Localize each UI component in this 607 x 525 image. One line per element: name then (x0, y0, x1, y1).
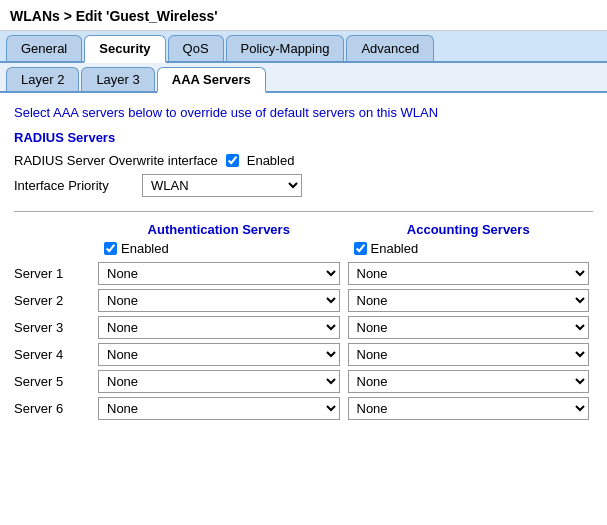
sub-tabs: Layer 2 Layer 3 AAA Servers (0, 63, 607, 93)
acct-enabled-checkbox[interactable] (354, 242, 367, 255)
tab-advanced[interactable]: Advanced (346, 35, 434, 61)
acct-enabled-cell: Enabled (344, 241, 594, 256)
acct-enabled-label: Enabled (371, 241, 419, 256)
server2-label: Server 2 (14, 293, 94, 308)
server3-label: Server 3 (14, 320, 94, 335)
auth-servers-header: Authentication Servers (94, 222, 344, 237)
table-row: Server 4 None None (14, 343, 593, 366)
server-header-empty (14, 222, 94, 237)
tab-policy-mapping[interactable]: Policy-Mapping (226, 35, 345, 61)
overwrite-checkbox[interactable] (226, 154, 239, 167)
server1-auth-select[interactable]: None (98, 262, 340, 285)
server6-acct-select[interactable]: None (348, 397, 590, 420)
server5-label: Server 5 (14, 374, 94, 389)
server-header-row: Authentication Servers Accounting Server… (14, 222, 593, 237)
server4-label: Server 4 (14, 347, 94, 362)
server3-acct-select[interactable]: None (348, 316, 590, 339)
overwrite-enabled-label: Enabled (247, 153, 295, 168)
auth-enabled-cell: Enabled (94, 241, 344, 256)
tab-qos[interactable]: QoS (168, 35, 224, 61)
server6-label: Server 6 (14, 401, 94, 416)
tab-security[interactable]: Security (84, 35, 165, 63)
tab-aaa-servers[interactable]: AAA Servers (157, 67, 266, 93)
server5-acct-select[interactable]: None (348, 370, 590, 393)
server6-auth-select[interactable]: None (98, 397, 340, 420)
table-row: Server 2 None None (14, 289, 593, 312)
table-row: Server 3 None None (14, 316, 593, 339)
auth-enabled-checkbox[interactable] (104, 242, 117, 255)
server-table: Authentication Servers Accounting Server… (14, 222, 593, 420)
server3-auth-select[interactable]: None (98, 316, 340, 339)
tab-layer2[interactable]: Layer 2 (6, 67, 79, 91)
server4-auth-select[interactable]: None (98, 343, 340, 366)
interface-priority-row: Interface Priority WLAN Management AP-Ma… (14, 174, 593, 197)
table-row: Server 5 None None (14, 370, 593, 393)
server2-acct-select[interactable]: None (348, 289, 590, 312)
server1-label: Server 1 (14, 266, 94, 281)
server2-auth-select[interactable]: None (98, 289, 340, 312)
auth-enabled-label: Enabled (121, 241, 169, 256)
table-row: Server 6 None None (14, 397, 593, 420)
tab-layer3[interactable]: Layer 3 (81, 67, 154, 91)
tab-general[interactable]: General (6, 35, 82, 61)
server-enabled-row: Enabled Enabled (14, 241, 593, 256)
acct-servers-header: Accounting Servers (344, 222, 594, 237)
server4-acct-select[interactable]: None (348, 343, 590, 366)
interface-priority-select[interactable]: WLAN Management AP-Manager (142, 174, 302, 197)
main-tabs: General Security QoS Policy-Mapping Adva… (0, 31, 607, 63)
content-area: Select AAA servers below to override use… (0, 93, 607, 436)
interface-priority-label: Interface Priority (14, 178, 134, 193)
divider (14, 211, 593, 212)
radius-section-title: RADIUS Servers (14, 130, 593, 145)
info-text: Select AAA servers below to override use… (14, 105, 593, 120)
server5-auth-select[interactable]: None (98, 370, 340, 393)
overwrite-interface-row: RADIUS Server Overwrite interface Enable… (14, 153, 593, 168)
server1-acct-select[interactable]: None (348, 262, 590, 285)
table-row: Server 1 None None (14, 262, 593, 285)
breadcrumb: WLANs > Edit 'Guest_Wireless' (0, 0, 607, 31)
overwrite-label: RADIUS Server Overwrite interface (14, 153, 218, 168)
